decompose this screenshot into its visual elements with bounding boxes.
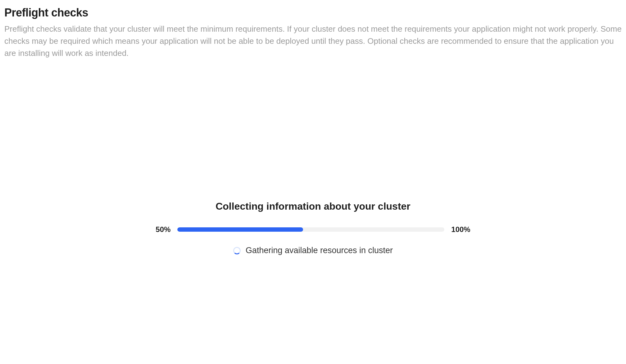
progress-section: Collecting information about your cluste… <box>4 201 622 255</box>
status-text: Gathering available resources in cluster <box>246 246 393 255</box>
spinner-icon <box>233 247 241 254</box>
progress-right-label: 100% <box>451 225 470 234</box>
status-row: Gathering available resources in cluster <box>233 246 393 255</box>
progress-title: Collecting information about your cluste… <box>215 201 411 212</box>
page-description: Preflight checks validate that your clus… <box>4 23 622 59</box>
page-title: Preflight checks <box>4 6 622 19</box>
progress-left-label: 50% <box>156 225 170 234</box>
progress-row: 50% 100% <box>156 225 470 234</box>
progress-bar <box>177 227 444 232</box>
progress-bar-fill <box>177 227 303 232</box>
